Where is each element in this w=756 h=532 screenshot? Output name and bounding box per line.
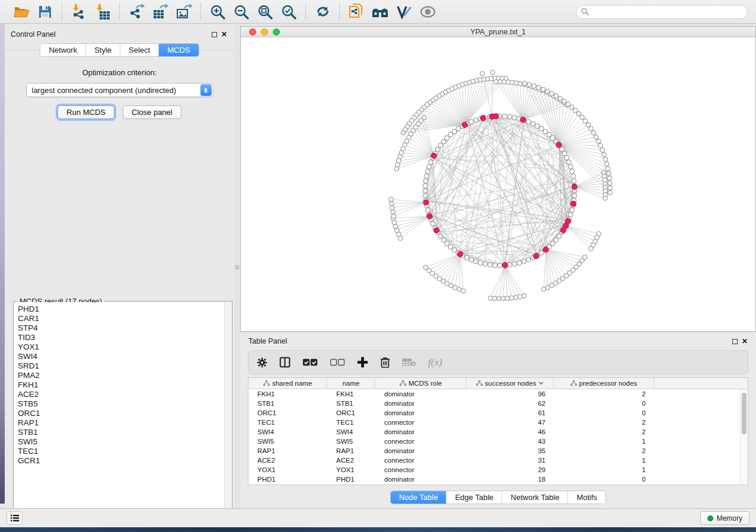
mcds-result-item[interactable]: YOX1 — [18, 342, 224, 352]
mcds-list-scrollbar[interactable] — [224, 302, 231, 520]
leaf-node[interactable] — [395, 162, 400, 167]
leaf-node[interactable] — [536, 85, 541, 90]
mcds-result-item[interactable]: TEC1 — [18, 447, 224, 456]
hub-node[interactable] — [493, 114, 499, 119]
ring-node[interactable] — [568, 164, 573, 169]
export-network-file-button[interactable] — [347, 2, 366, 21]
close-panel-button[interactable]: Close panel — [123, 105, 181, 119]
leaf-node[interactable] — [391, 214, 396, 219]
mcds-result-item[interactable]: STB5 — [18, 399, 224, 409]
leaf-node[interactable] — [461, 289, 466, 293]
ring-node[interactable] — [429, 160, 433, 165]
table-row[interactable]: YOX1YOX1connector291 — [248, 465, 740, 475]
ring-node[interactable] — [424, 174, 429, 178]
table-row[interactable]: FKH1FKH1dominator962 — [248, 389, 740, 399]
leaf-node[interactable] — [398, 236, 403, 241]
hub-node[interactable] — [458, 251, 463, 257]
mcds-result-item[interactable]: STB1 — [18, 428, 224, 437]
ring-node[interactable] — [473, 259, 478, 264]
leaf-node[interactable] — [586, 123, 591, 127]
import-network-button[interactable] — [69, 2, 88, 21]
vertical-splitter[interactable] — [234, 26, 240, 508]
leaf-node[interactable] — [401, 130, 406, 135]
mcds-result-item[interactable]: ORC1 — [18, 409, 224, 418]
zoom-out-button[interactable] — [232, 2, 251, 21]
ring-node[interactable] — [427, 164, 432, 169]
leaf-node[interactable] — [490, 70, 495, 75]
export-network-button[interactable] — [127, 2, 146, 21]
table-row[interactable]: RAP1RAP1dominator352 — [248, 446, 740, 456]
tab-edge-table[interactable]: Edge Table — [446, 491, 502, 504]
mcds-result-item[interactable]: RAP1 — [18, 418, 224, 428]
ring-node[interactable] — [566, 160, 571, 165]
leaf-node[interactable] — [583, 255, 588, 259]
mcds-result-item[interactable]: FKH1 — [18, 380, 224, 390]
ring-node[interactable] — [430, 222, 435, 226]
show-graphics-details-button[interactable] — [418, 2, 437, 21]
ring-node[interactable] — [478, 261, 483, 265]
toggle-column-view-button[interactable] — [279, 357, 291, 368]
hub-node[interactable] — [570, 201, 576, 206]
ring-node[interactable] — [531, 121, 535, 126]
ring-node[interactable] — [488, 262, 493, 267]
leaf-node[interactable] — [608, 190, 613, 195]
leaf-node[interactable] — [532, 84, 537, 88]
ring-node[interactable] — [568, 213, 573, 217]
leaf-node[interactable] — [541, 87, 546, 92]
leaf-node[interactable] — [583, 118, 588, 123]
leaf-node[interactable] — [494, 79, 499, 84]
criterion-dropdown[interactable]: largest connected component (undirected) — [26, 83, 213, 97]
table-scrollbar-thumb[interactable] — [742, 393, 747, 434]
ring-node[interactable] — [512, 115, 517, 120]
ring-node[interactable] — [423, 188, 428, 193]
table-row[interactable]: PHD1PHD1dominator180 — [248, 475, 740, 484]
search-network-button[interactable] — [371, 2, 390, 21]
leaf-node[interactable] — [457, 287, 462, 292]
ring-node[interactable] — [572, 179, 576, 184]
leaf-node[interactable] — [391, 210, 395, 214]
leaf-node[interactable] — [608, 181, 613, 185]
leaf-node[interactable] — [569, 105, 574, 110]
open-file-button[interactable] — [12, 2, 31, 21]
leaf-node[interactable] — [550, 91, 554, 96]
mcds-result-item[interactable]: PHD1 — [18, 305, 224, 314]
hub-node[interactable] — [520, 117, 525, 123]
leaf-node[interactable] — [558, 96, 563, 101]
leaf-node[interactable] — [480, 71, 485, 76]
ring-node[interactable] — [512, 262, 517, 267]
select-all-button[interactable] — [302, 358, 318, 366]
column-header-predecessor-nodes[interactable]: predecessor nodes — [554, 378, 654, 389]
hub-node[interactable] — [423, 200, 429, 205]
leaf-node[interactable] — [600, 148, 605, 153]
hub-node[interactable] — [566, 219, 571, 224]
ring-node[interactable] — [517, 261, 522, 265]
run-mcds-button[interactable]: Run MCDS — [58, 105, 114, 119]
mcds-result-item[interactable]: GCR1 — [18, 456, 224, 466]
table-row[interactable]: TEC1TEC1connector472 — [248, 418, 740, 427]
network-search-field[interactable] — [576, 5, 748, 19]
leaf-node[interactable] — [603, 157, 608, 162]
leaf-node[interactable] — [591, 130, 596, 135]
ring-node[interactable] — [425, 169, 430, 174]
leaf-node[interactable] — [596, 232, 601, 236]
leaf-node[interactable] — [605, 162, 610, 166]
hub-node[interactable] — [572, 184, 577, 190]
ring-node[interactable] — [535, 124, 540, 129]
ring-node[interactable] — [526, 120, 531, 124]
network-window-titlebar[interactable]: YPA_prune.txt_1 — [241, 27, 755, 37]
leaf-node[interactable] — [527, 82, 532, 87]
close-panel-icon[interactable]: ✕ — [742, 339, 748, 344]
save-session-button[interactable] — [36, 2, 55, 21]
delete-columns-button[interactable] — [380, 357, 390, 368]
table-settings-button[interactable] — [257, 357, 267, 368]
leaf-node[interactable] — [594, 134, 599, 139]
leaf-node[interactable] — [394, 166, 399, 171]
leaf-node[interactable] — [509, 296, 514, 300]
ring-node[interactable] — [425, 208, 430, 213]
leaf-node[interactable] — [513, 295, 518, 300]
leaf-node[interactable] — [607, 171, 611, 176]
float-panel-icon[interactable] — [212, 32, 217, 37]
search-input[interactable] — [589, 8, 742, 16]
tab-motifs[interactable]: Motifs — [567, 491, 605, 504]
leaf-node[interactable] — [576, 111, 581, 116]
